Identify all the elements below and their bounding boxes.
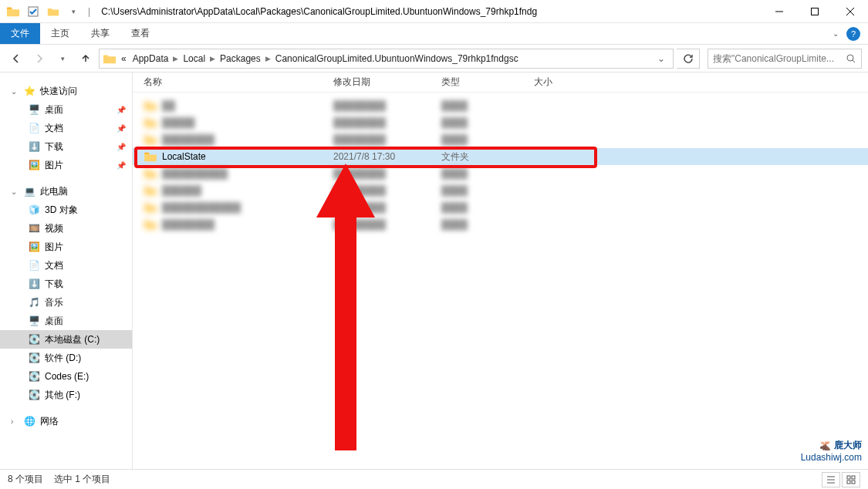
nav-drive-e[interactable]: 💽Codes (E:): [0, 367, 132, 386]
file-name: ██████████: [162, 168, 228, 179]
file-row[interactable]: ████████████████████: [133, 216, 868, 233]
desktop-icon: 🖥️: [28, 315, 40, 327]
nav-drive-d[interactable]: 💽软件 (D:): [0, 349, 132, 367]
navigation-bar: ▾ « AppData▶ Local▶ Packages▶ CanonicalG…: [0, 45, 868, 73]
title-bar: ▾ | C:\Users\Administrator\AppData\Local…: [0, 0, 868, 23]
minimize-button[interactable]: [762, 0, 797, 23]
nav-desktop[interactable]: 🖥️桌面📌: [0, 100, 132, 119]
drive-icon: 💽: [28, 333, 40, 346]
view-details-button[interactable]: [822, 472, 840, 487]
nav-3d-objects[interactable]: 🧊3D 对象: [0, 201, 132, 219]
drive-icon: 💽: [28, 370, 40, 383]
nav-documents[interactable]: 📄文档📌: [0, 119, 132, 137]
view-icons-button[interactable]: [842, 472, 860, 487]
pc-icon: 💻: [23, 185, 35, 197]
file-date: ████████: [333, 100, 441, 111]
file-row[interactable]: █████████████████: [133, 114, 868, 131]
nav-this-pc[interactable]: ⌄💻此电脑: [0, 182, 132, 201]
folder-icon: [144, 134, 157, 145]
tab-view[interactable]: 查看: [120, 23, 160, 44]
search-icon[interactable]: [846, 53, 856, 64]
nav-downloads2[interactable]: ⬇️下载: [0, 275, 132, 293]
pin-icon: 📌: [117, 124, 126, 133]
col-name[interactable]: 名称: [133, 76, 333, 89]
forward-button[interactable]: [29, 49, 49, 69]
back-button[interactable]: [6, 49, 26, 69]
nav-music[interactable]: 🎵音乐: [0, 293, 132, 312]
nav-pictures[interactable]: 🖼️图片📌: [0, 156, 132, 174]
folder-icon: [5, 3, 22, 20]
network-icon: 🌐: [23, 415, 35, 427]
col-date[interactable]: 修改日期: [333, 76, 441, 89]
nav-desktop2[interactable]: 🖥️桌面: [0, 312, 132, 330]
svg-rect-1: [812, 8, 819, 15]
breadcrumb-item[interactable]: Packages: [217, 49, 264, 68]
address-bar[interactable]: « AppData▶ Local▶ Packages▶ CanonicalGro…: [99, 49, 674, 69]
address-folder-icon: [103, 52, 117, 66]
chevron-right-icon[interactable]: ▶: [171, 55, 180, 62]
nav-quick-access[interactable]: ⌄⭐快速访问: [0, 82, 132, 100]
nav-drive-c[interactable]: 💽本地磁盘 (C:): [0, 330, 132, 349]
ribbon-collapse-icon[interactable]: ⌄: [833, 29, 839, 38]
breadcrumb-prefix[interactable]: «: [118, 49, 130, 68]
close-button[interactable]: [833, 0, 868, 23]
pin-icon: 📌: [117, 143, 126, 151]
tab-home[interactable]: 主页: [40, 23, 80, 44]
nav-drive-f[interactable]: 💽其他 (F:): [0, 386, 132, 404]
qat-folder-icon[interactable]: [45, 3, 62, 20]
chevron-right-icon[interactable]: ▶: [264, 55, 272, 62]
file-type: ████: [441, 202, 534, 213]
help-icon[interactable]: ?: [846, 27, 860, 41]
file-name: LocalState: [162, 151, 206, 162]
file-name: ██████: [162, 185, 201, 196]
folder-icon: [144, 100, 157, 111]
tab-file[interactable]: 文件: [0, 23, 40, 44]
svg-rect-5: [852, 476, 855, 479]
maximize-button[interactable]: [797, 0, 833, 23]
pin-icon: 📌: [117, 106, 126, 114]
file-row[interactable]: LocalState2021/7/8 17:30文件夹: [133, 148, 868, 165]
file-type: ████: [441, 168, 534, 179]
file-list: 名称 修改日期 类型 大小 ██████████████████████████…: [133, 73, 868, 469]
chevron-right-icon[interactable]: ▶: [208, 55, 217, 62]
ribbon-tabs: 文件 主页 共享 查看 ⌄ ?: [0, 23, 868, 45]
breadcrumb-item[interactable]: AppData: [130, 49, 172, 68]
file-row[interactable]: ██████████████: [133, 97, 868, 114]
qat-dropdown-icon[interactable]: ▾: [65, 3, 82, 20]
file-date: 2021/7/8 17:30: [333, 151, 441, 162]
file-row[interactable]: ██████████████████████: [133, 165, 868, 182]
file-type: ████: [441, 185, 534, 196]
up-button[interactable]: [76, 49, 96, 69]
tab-share[interactable]: 共享: [80, 23, 120, 44]
desktop-icon: 🖥️: [28, 103, 40, 116]
watermark: 🫎鹿大师 Ludashiwj.com: [801, 439, 862, 463]
file-row[interactable]: ██████████████████: [133, 182, 868, 199]
qat-checkbox-icon[interactable]: [25, 3, 42, 20]
folder-icon: [144, 117, 157, 128]
folder-icon: [144, 219, 157, 230]
recent-dropdown-icon[interactable]: ▾: [52, 49, 73, 69]
nav-pictures2[interactable]: 🖼️图片: [0, 238, 132, 256]
file-date: ████████: [333, 202, 441, 213]
col-size[interactable]: 大小: [534, 76, 596, 89]
nav-documents2[interactable]: 📄文档: [0, 256, 132, 275]
search-box[interactable]: [708, 49, 862, 69]
nav-videos[interactable]: 🎞️视频: [0, 219, 132, 238]
nav-downloads[interactable]: ⬇️下载📌: [0, 137, 132, 156]
folder-icon: [144, 202, 157, 213]
music-icon: 🎵: [28, 296, 40, 309]
col-type[interactable]: 类型: [441, 76, 534, 89]
file-name: ████████: [162, 219, 214, 230]
file-date: ████████: [333, 219, 441, 230]
breadcrumb-item[interactable]: CanonicalGroupLimited.UbuntuonWindows_79…: [272, 49, 522, 68]
breadcrumb-item[interactable]: Local: [180, 49, 208, 68]
file-row[interactable]: ████████████████████████: [133, 199, 868, 216]
refresh-button[interactable]: [677, 49, 700, 69]
file-row[interactable]: ████████████████████: [133, 131, 868, 148]
nav-network[interactable]: ›🌐网络: [0, 412, 132, 430]
cube-icon: 🧊: [28, 204, 40, 216]
search-input[interactable]: [713, 53, 846, 64]
file-date: ████████: [333, 168, 441, 179]
drive-icon: 💽: [28, 389, 40, 401]
address-dropdown-icon[interactable]: ⌄: [653, 53, 670, 64]
